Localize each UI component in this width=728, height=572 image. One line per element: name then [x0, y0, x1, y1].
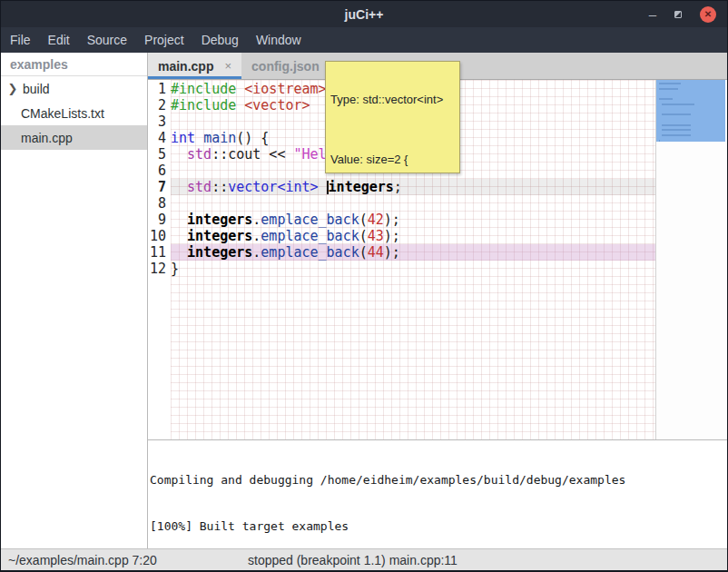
code-token: }	[171, 261, 179, 277]
code-token: <vector>	[244, 97, 310, 113]
code-token: std	[187, 146, 212, 163]
menu-window[interactable]: Window	[256, 33, 301, 47]
code-line[interactable]: integers.emplace_back(42);	[171, 212, 655, 228]
statusbar: ~/examples/main.cpp 7:20 stopped (breakp…	[1, 548, 727, 570]
line-number[interactable]: 6	[148, 163, 166, 179]
code-token: (	[359, 228, 368, 244]
console-output[interactable]: Compiling and debugging /home/eidheim/ex…	[148, 439, 727, 548]
tree-item-maincpp[interactable]: main.cpp	[1, 125, 147, 150]
line-number[interactable]: 8	[148, 195, 166, 212]
code-token: .	[252, 212, 261, 228]
chevron-right-icon[interactable]: ❯	[5, 82, 21, 95]
menu-source[interactable]: Source	[87, 33, 127, 47]
restore-button[interactable]	[674, 11, 682, 18]
restore-icon	[674, 11, 682, 18]
code-token: cout	[228, 146, 261, 163]
code-token	[171, 146, 187, 163]
code-token	[171, 244, 187, 261]
code-line[interactable]: }	[171, 261, 655, 277]
code-token: 43	[368, 228, 384, 244]
jucipp-window: juCi++ – ✕ File Edit Source Project Debu…	[0, 0, 728, 572]
minimize-icon[interactable]: –	[649, 10, 656, 19]
line-number[interactable]: 7	[148, 179, 166, 195]
code-line[interactable]: integers.emplace_back(43);	[171, 228, 655, 244]
code-token: );	[384, 244, 400, 261]
code-token: integers	[329, 179, 394, 195]
line-number[interactable]: 11	[148, 244, 166, 261]
code-token: <iostream>	[244, 81, 326, 97]
line-number[interactable]: 10	[148, 228, 166, 244]
console-line: [100%] Built target examples	[150, 518, 727, 534]
menu-project[interactable]: Project	[144, 33, 184, 47]
file-tree-panel: examples ❯ build CMakeLists.txt main.cpp	[1, 53, 148, 548]
project-name: examples	[1, 53, 147, 76]
code-token: emplace_back	[261, 244, 359, 261]
file-location-status: ~/examples/main.cpp 7:20	[8, 553, 157, 567]
code-token: emplace_back	[261, 228, 359, 244]
menubar: File Edit Source Project Debug Window	[1, 27, 727, 53]
code-token: ;	[394, 179, 402, 195]
menu-debug[interactable]: Debug	[202, 33, 239, 47]
tree-item-label: build	[23, 82, 50, 96]
code-token: (	[359, 212, 368, 228]
code-line[interactable]: integers.emplace_back(44);	[171, 244, 655, 261]
line-number[interactable]: 4	[148, 130, 166, 146]
code-token: #include	[171, 81, 244, 97]
line-number[interactable]: 5	[148, 146, 166, 163]
line-number[interactable]: 9	[148, 212, 166, 228]
line-number-gutter[interactable]: 123456789101112	[148, 80, 171, 439]
code-token: integers	[187, 212, 252, 228]
code-token	[171, 212, 187, 228]
tree-item-label: CMakeLists.txt	[21, 106, 104, 121]
code-token: .	[252, 244, 261, 261]
tooltip-type-line: Type: std::vector<int>	[330, 92, 459, 107]
code-token: #include	[171, 97, 244, 113]
tree-item-build[interactable]: ❯ build	[1, 76, 147, 101]
menu-file[interactable]: File	[10, 33, 31, 47]
code-token: 42	[368, 212, 384, 228]
code-line[interactable]	[171, 195, 655, 212]
tab-maincpp[interactable]: main.cpp ×	[148, 53, 241, 79]
line-number[interactable]: 3	[148, 113, 166, 130]
code-token: () {	[236, 130, 269, 146]
tooltip-value-line: Value: size=2 {	[330, 149, 459, 170]
tree-item-cmakelists[interactable]: CMakeLists.txt	[1, 101, 147, 125]
line-number[interactable]: 2	[148, 97, 166, 113]
titlebar[interactable]: juCi++ – ✕	[1, 1, 727, 27]
code-token: );	[384, 212, 400, 228]
code-token: emplace_back	[261, 212, 359, 228]
code-token	[195, 130, 203, 146]
code-token: integers	[187, 228, 252, 244]
code-token	[171, 228, 187, 244]
code-token: integers	[187, 244, 252, 261]
line-number[interactable]: 1	[148, 81, 166, 97]
window-controls: – ✕	[649, 6, 727, 23]
code-token: std	[187, 179, 212, 195]
code-token: .	[252, 228, 261, 244]
console-line: Compiling and debugging /home/eidheim/ex…	[150, 472, 727, 488]
window-title: juCi++	[1, 7, 727, 22]
tab-label: config.json	[251, 59, 320, 74]
code-token: (	[359, 244, 368, 261]
close-tab-icon[interactable]: ×	[224, 59, 231, 73]
tab-label: main.cpp	[158, 59, 213, 74]
minimap[interactable]	[655, 80, 727, 439]
code-token: );	[384, 228, 400, 244]
line-number[interactable]: 12	[148, 261, 166, 277]
code-token: ::	[212, 179, 228, 195]
debug-value-tooltip: Type: std::vector<int> Value: size=2 { […	[325, 61, 460, 173]
code-line[interactable]: std::vector<int> integers;	[171, 179, 655, 195]
menu-edit[interactable]: Edit	[48, 33, 70, 47]
code-token: vector<int>	[228, 179, 318, 195]
minimap-visible-region[interactable]	[656, 80, 725, 142]
tree-item-label: main.cpp	[21, 131, 73, 145]
close-icon[interactable]: ✕	[700, 6, 716, 23]
code-token: 44	[368, 244, 384, 261]
code-token: main	[203, 130, 236, 146]
code-token: ::	[212, 146, 228, 163]
code-token	[319, 179, 327, 195]
code-token	[171, 179, 187, 195]
code-token: int	[171, 130, 195, 146]
debug-status: stopped (breakpoint 1.1) main.cpp:11	[248, 553, 457, 567]
code-token: <<	[261, 146, 293, 163]
